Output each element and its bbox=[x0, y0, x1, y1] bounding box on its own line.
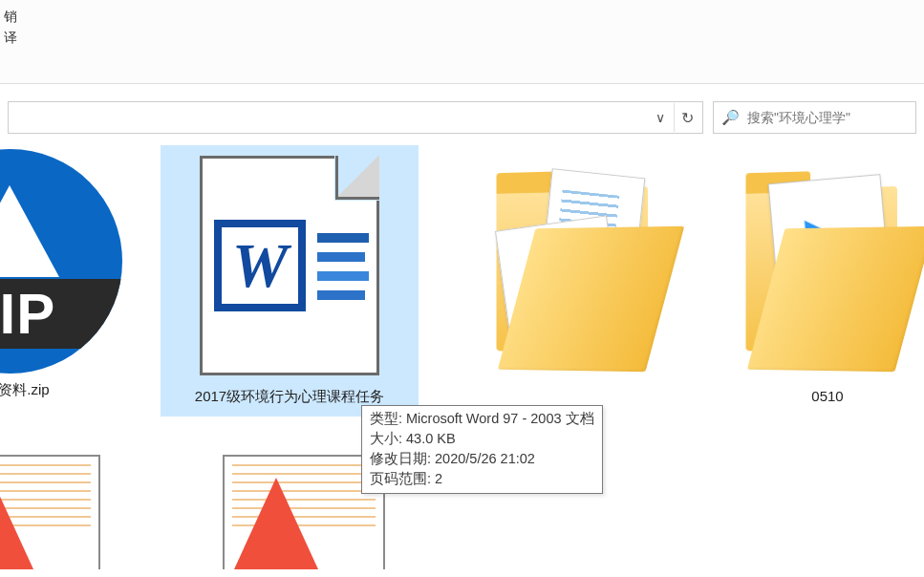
address-bar[interactable]: ∨ ↻ bbox=[8, 101, 703, 134]
ribbon-left-fragment: 销 译 bbox=[4, 6, 17, 48]
file-item-folder-docs[interactable]: 型调控为分析与概 bbox=[449, 145, 707, 386]
chevron-down-icon: ∨ bbox=[655, 110, 665, 125]
file-item-word-doc[interactable]: W 2017级环境行为心理课程任务 bbox=[161, 145, 419, 417]
history-dropdown-button[interactable]: ∨ bbox=[647, 103, 674, 132]
address-search-row: ∨ ↻ 🔍 bbox=[0, 84, 924, 141]
search-input[interactable] bbox=[747, 110, 914, 125]
file-label: 调研资料.zip bbox=[0, 379, 55, 401]
folder-icon: 型调控为分析与概 bbox=[483, 163, 674, 369]
tooltip-pages-value: 2 bbox=[435, 469, 442, 489]
file-tooltip: 类型:Microsoft Word 97 - 2003 文档 大小:43.0 K… bbox=[361, 405, 603, 494]
ribbon-bar: 销 译 bbox=[0, 0, 924, 84]
file-item-folder-0510[interactable]: 0510 bbox=[722, 145, 924, 415]
tooltip-mdate-value: 2020/5/26 21:02 bbox=[435, 449, 535, 469]
refresh-icon: ↻ bbox=[681, 109, 694, 127]
file-item-zip[interactable]: ZIP 调研资料.zip bbox=[0, 149, 143, 404]
search-icon: 🔍 bbox=[721, 109, 740, 126]
tooltip-size-value: 43.0 KB bbox=[406, 429, 456, 449]
zip-icon: ZIP bbox=[0, 149, 122, 374]
tooltip-mdate-key: 修改日期: bbox=[370, 449, 431, 469]
tooltip-type-value: Microsoft Word 97 - 2003 文档 bbox=[406, 409, 594, 429]
file-label: 0510 bbox=[806, 386, 849, 406]
folder-icon bbox=[732, 163, 923, 369]
tooltip-pages-key: 页码范围: bbox=[370, 469, 431, 489]
ribbon-btn-cancel-fragment[interactable]: 销 bbox=[4, 6, 17, 27]
tooltip-size-key: 大小: bbox=[370, 429, 402, 449]
ribbon-btn-translate-fragment[interactable]: 译 bbox=[4, 27, 17, 48]
tooltip-type-key: 类型: bbox=[370, 409, 402, 429]
word-doc-icon: W bbox=[200, 156, 379, 375]
refresh-button[interactable]: ↻ bbox=[674, 103, 700, 132]
files-pane[interactable]: ZIP 调研资料.zip W 2017级环境行为心理课程任务 型调控为分析与概 bbox=[0, 141, 924, 577]
pdf-icon bbox=[0, 455, 100, 569]
file-label: 2017级环境行为心理课程任务 bbox=[189, 386, 390, 408]
search-box[interactable]: 🔍 bbox=[713, 101, 916, 134]
zip-badge: ZIP bbox=[0, 279, 122, 349]
file-item-pdf[interactable] bbox=[0, 455, 153, 569]
